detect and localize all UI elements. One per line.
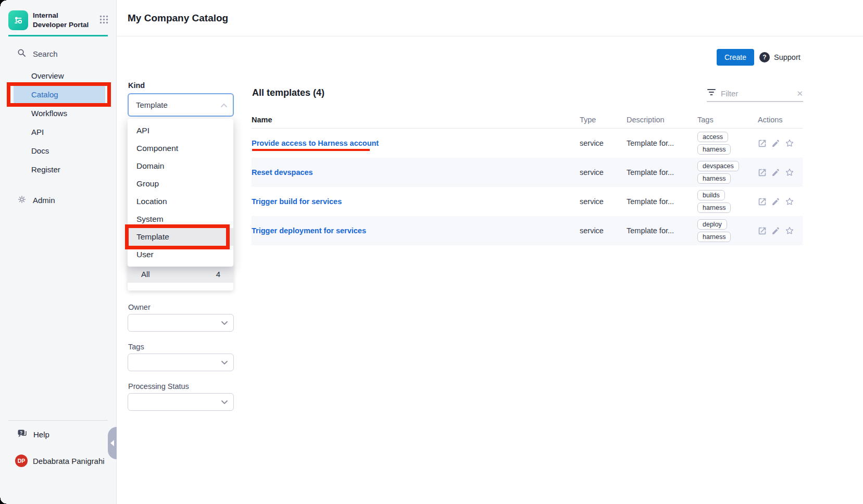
open-in-new-icon[interactable] — [758, 197, 767, 206]
processing-status-select[interactable] — [128, 393, 234, 411]
open-in-new-icon[interactable] — [758, 139, 767, 148]
create-button[interactable]: Create — [717, 49, 754, 66]
all-count: 4 — [216, 270, 220, 279]
sidebar-item-admin[interactable]: Admin — [17, 195, 55, 206]
open-in-new-icon[interactable] — [758, 168, 767, 177]
sidebar-nav: Overview Catalog Workflows API Docs Regi… — [0, 67, 117, 179]
kind-select[interactable]: Template — [128, 93, 234, 117]
svg-text:?: ? — [20, 430, 22, 435]
table-row: Reset devspaces service Template for... … — [252, 158, 803, 187]
description-cell: Template for... — [627, 139, 697, 147]
sidebar-item-workflows[interactable]: Workflows — [0, 104, 117, 123]
kind-label: Kind — [128, 81, 145, 90]
table-header-row: Name Type Description Tags Actions — [252, 111, 803, 129]
kind-option-api[interactable]: API — [128, 122, 233, 140]
edit-icon[interactable] — [771, 139, 780, 148]
apps-grid-icon[interactable] — [99, 15, 108, 26]
owner-select[interactable] — [128, 314, 234, 332]
support-button[interactable]: ? Support — [759, 49, 801, 66]
sidebar-item-api[interactable]: API — [0, 123, 117, 142]
avatar: DP — [15, 455, 28, 467]
processing-status-label: Processing Status — [128, 382, 189, 390]
sidebar-item-docs[interactable]: Docs — [0, 142, 117, 160]
kind-option-component[interactable]: Component — [128, 140, 233, 157]
table-filter-field[interactable]: ✕ — [707, 85, 803, 102]
column-header-description: Description — [627, 116, 697, 124]
chevron-down-icon — [221, 318, 228, 327]
user-menu[interactable]: DP Debabrata Panigrahi — [15, 455, 105, 467]
star-icon[interactable] — [785, 138, 794, 148]
table-row: Provide access to Harness account servic… — [252, 129, 803, 158]
edit-icon[interactable] — [771, 168, 780, 177]
column-header-tags: Tags — [697, 114, 758, 126]
table-title: All templates (4) — [252, 87, 324, 98]
open-in-new-icon[interactable] — [758, 226, 767, 235]
kind-dropdown-menu: API Component Domain Group Location Syst… — [128, 119, 233, 267]
kind-option-user[interactable]: User — [128, 246, 233, 263]
sidebar-item-register[interactable]: Register — [0, 160, 117, 179]
column-header-type: Type — [580, 116, 627, 124]
help-chat-icon: ? — [17, 429, 28, 440]
star-icon[interactable] — [785, 226, 794, 235]
brand-title: Internal Developer Portal — [33, 11, 91, 29]
type-cell: service — [580, 197, 627, 206]
table-row: Trigger deployment for services service … — [252, 216, 803, 245]
tag-chip[interactable]: harness — [697, 232, 731, 242]
sidebar-collapse-handle[interactable] — [108, 427, 117, 459]
filter-input[interactable] — [721, 89, 792, 98]
kind-counts-panel: All 4 — [128, 263, 233, 291]
tag-chip[interactable]: builds — [697, 190, 725, 200]
star-icon[interactable] — [785, 197, 794, 206]
sidebar-item-help[interactable]: ? Help — [17, 429, 49, 440]
tag-chip[interactable]: harness — [697, 203, 731, 213]
description-cell: Template for... — [627, 197, 697, 206]
sidebar-search[interactable]: Search — [17, 48, 58, 59]
kind-count-all-row[interactable]: All 4 — [128, 265, 233, 283]
template-link[interactable]: Trigger build for services — [252, 197, 342, 206]
type-cell: service — [580, 226, 627, 235]
chevron-up-icon — [220, 100, 228, 110]
sidebar-item-overview[interactable]: Overview — [0, 67, 117, 85]
sidebar-item-catalog[interactable]: Catalog — [14, 85, 105, 104]
tag-chip[interactable]: deploy — [697, 219, 727, 230]
search-label: Search — [33, 49, 58, 58]
table-row: Trigger build for services service Templ… — [252, 187, 803, 216]
page-title: My Company Catalog — [128, 0, 228, 36]
template-link[interactable]: Reset devspaces — [252, 168, 313, 177]
template-link[interactable]: Trigger deployment for services — [252, 226, 366, 235]
question-icon: ? — [759, 52, 770, 62]
all-label: All — [141, 270, 150, 279]
tag-chip[interactable]: harness — [697, 173, 731, 184]
type-cell: service — [580, 168, 627, 177]
kind-option-group[interactable]: Group — [128, 175, 233, 193]
gear-icon — [17, 195, 27, 206]
brand-accent-divider — [8, 35, 108, 36]
kind-option-template[interactable]: Template — [128, 228, 233, 246]
kind-option-system[interactable]: System — [128, 210, 233, 228]
chevron-down-icon — [221, 358, 228, 367]
description-cell: Template for... — [627, 168, 697, 177]
kind-option-domain[interactable]: Domain — [128, 157, 233, 175]
sidebar: Internal Developer Portal Search Overvie… — [0, 0, 117, 504]
search-icon — [17, 48, 26, 59]
column-header-name: Name — [252, 116, 580, 124]
edit-icon[interactable] — [771, 197, 780, 206]
owner-label: Owner — [128, 303, 151, 311]
star-icon[interactable] — [785, 168, 794, 177]
clear-filter-icon[interactable]: ✕ — [796, 90, 803, 97]
template-link[interactable]: Provide access to Harness account — [252, 139, 379, 147]
filter-icon — [707, 89, 716, 98]
kind-option-location[interactable]: Location — [128, 193, 233, 210]
admin-label: Admin — [33, 196, 55, 205]
tag-chip[interactable]: harness — [697, 144, 731, 155]
chevron-left-icon — [110, 440, 114, 446]
type-cell: service — [580, 139, 627, 147]
user-name: Debabrata Panigrahi — [33, 457, 105, 465]
tag-chip[interactable]: devspaces — [697, 161, 739, 171]
support-label: Support — [774, 53, 801, 61]
tags-label: Tags — [128, 343, 144, 351]
tag-chip[interactable]: access — [697, 132, 728, 142]
edit-icon[interactable] — [771, 226, 780, 235]
tags-select[interactable] — [128, 354, 234, 371]
chevron-down-icon — [221, 397, 228, 407]
